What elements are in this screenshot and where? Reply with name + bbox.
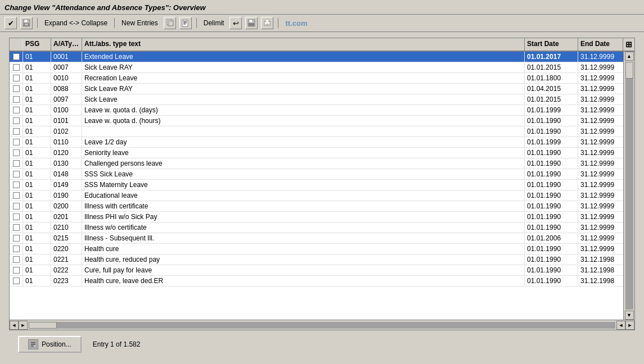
table-row[interactable]: 010110Leave 1/2 day01.01.199931.12.9999 [10, 137, 623, 148]
table-row[interactable]: 010149SSS Maternity Leave01.01.199031.12… [10, 180, 623, 190]
checkbox-input[interactable] [13, 128, 20, 135]
table-row[interactable]: 010220Health cure01.01.199031.12.9999 [10, 244, 623, 254]
row-checkbox[interactable] [10, 212, 23, 222]
save2-button[interactable] [245, 17, 258, 29]
cell-start-date: 01.01.1990 [525, 180, 578, 190]
row-checkbox[interactable] [10, 73, 23, 83]
position-label: Position... [42, 340, 71, 348]
scroll-track[interactable] [625, 62, 633, 310]
checkbox-input[interactable] [13, 53, 20, 60]
row-checkbox[interactable] [10, 158, 23, 169]
table-row[interactable]: 010200Illness with certificate01.01.1990… [10, 201, 623, 212]
table-row[interactable]: 010120Seniority leave01.01.199031.12.999… [10, 148, 623, 158]
table-row[interactable]: 010190Educational leave01.01.199031.12.9… [10, 190, 623, 201]
checkbox-input[interactable] [13, 75, 20, 81]
table-row[interactable]: 010101Leave w. quota d. (hours)01.01.199… [10, 116, 623, 126]
scroll-end-left-button[interactable]: ◄ [616, 321, 625, 330]
table-row[interactable]: 010201Illness PHI w/o Sick Pay01.01.1990… [10, 212, 623, 222]
row-checkbox[interactable] [10, 169, 23, 179]
cell-end-date: 31.12.9999 [578, 148, 623, 158]
row-checkbox[interactable] [10, 148, 23, 158]
paste-button[interactable] [179, 17, 192, 29]
delimit-button[interactable]: Delimit [201, 18, 227, 28]
table-container: PSG A/AType Att./abs. type text Start Da… [9, 38, 635, 330]
table-row[interactable]: 010223Health cure, leave ded.ER01.01.199… [10, 276, 623, 286]
checkbox-input[interactable] [13, 213, 20, 220]
table-scroll[interactable]: 010001Extended Leave01.01.201731.12.9999… [10, 52, 623, 320]
scroll-end-right-button[interactable]: ► [625, 321, 634, 330]
checkbox-input[interactable] [13, 277, 20, 284]
row-checkbox[interactable] [10, 52, 23, 62]
checkbox-input[interactable] [13, 96, 20, 103]
row-checkbox[interactable] [10, 233, 23, 243]
position-icon [28, 339, 38, 349]
row-checkbox[interactable] [10, 201, 23, 211]
table-row[interactable]: 010215Illness - Subsequent Ill.01.01.200… [10, 233, 623, 244]
checkbox-input[interactable] [13, 117, 20, 124]
svg-rect-13 [249, 23, 254, 26]
expand-collapse-button[interactable]: Expand <-> Collapse [42, 18, 110, 28]
h-scroll-track[interactable] [29, 322, 615, 329]
scroll-down-button[interactable]: ▼ [625, 311, 634, 320]
checkbox-input[interactable] [13, 224, 20, 231]
th-settings-icon[interactable]: ⊞ [623, 38, 634, 51]
table-row[interactable]: 010001Extended Leave01.01.201731.12.9999 [10, 52, 623, 62]
undo-button[interactable]: ↩ [229, 17, 242, 29]
cell-abs-type-text: Recreation Leave [82, 73, 525, 83]
checkbox-input[interactable] [13, 256, 20, 263]
row-checkbox[interactable] [10, 84, 23, 94]
row-checkbox[interactable] [10, 222, 23, 233]
checkbox-input[interactable] [13, 181, 20, 188]
save-button[interactable] [20, 17, 33, 29]
table-row[interactable]: 010007Sick Leave RAY01.01.201531.12.9999 [10, 62, 623, 73]
checkbox-input[interactable] [13, 139, 20, 145]
checkbox-input[interactable] [13, 203, 20, 210]
table-row[interactable]: 010221Health cure, reduced pay01.01.1990… [10, 254, 623, 265]
vertical-scrollbar[interactable]: ▲ ▼ [623, 52, 634, 320]
checkbox-input[interactable] [13, 160, 20, 167]
row-checkbox[interactable] [10, 62, 23, 72]
position-button[interactable]: Position... [18, 336, 82, 353]
table-row[interactable]: 010222Cure, full pay for leave01.01.1990… [10, 265, 623, 276]
scroll-thumb[interactable] [625, 62, 633, 79]
copy-button[interactable] [164, 17, 176, 29]
table-row[interactable]: 010100Leave w. quota d. (days)01.01.1999… [10, 105, 623, 116]
table-row[interactable]: 010097Sick Leave01.01.201531.12.9999 [10, 94, 623, 105]
row-checkbox[interactable] [10, 105, 23, 115]
row-checkbox[interactable] [10, 116, 23, 126]
checkbox-input[interactable] [13, 107, 20, 113]
scroll-left-button[interactable]: ◄ [10, 321, 19, 330]
checkbox-input[interactable] [13, 64, 20, 71]
print-button[interactable] [261, 17, 273, 29]
scroll-right-button[interactable]: ► [19, 321, 28, 330]
row-checkbox[interactable] [10, 244, 23, 254]
table-row[interactable]: 01010201.01.199031.12.9999 [10, 126, 623, 137]
checkbox-input[interactable] [13, 85, 20, 92]
checkbox-input[interactable] [13, 149, 20, 156]
new-entries-button[interactable]: New Entries [119, 18, 160, 28]
checkbox-input[interactable] [13, 267, 20, 274]
row-checkbox[interactable] [10, 94, 23, 104]
checkbox-input[interactable] [13, 171, 20, 178]
table-row[interactable]: 010088Sick Leave RAY01.04.201531.12.9999 [10, 84, 623, 94]
horizontal-scrollbar[interactable]: ◄ ► ◄ ► [10, 320, 634, 330]
table-row[interactable]: 010210Illness w/o certificate01.01.19903… [10, 222, 623, 233]
scroll-up-button[interactable]: ▲ [625, 52, 634, 61]
row-checkbox[interactable] [10, 254, 23, 265]
row-checkbox[interactable] [10, 180, 23, 190]
checkbox-input[interactable] [13, 245, 20, 252]
table-row[interactable]: 010148SSS Sick Leave01.01.199031.12.9999 [10, 169, 623, 180]
cell-psg: 01 [23, 94, 51, 104]
svg-rect-7 [183, 20, 187, 21]
checkbox-input[interactable] [13, 235, 20, 242]
h-scroll-thumb[interactable] [29, 322, 57, 329]
table-row[interactable]: 010010Recreation Leave01.01.180031.12.99… [10, 73, 623, 84]
check-button[interactable]: ✔ [4, 17, 17, 29]
row-checkbox[interactable] [10, 190, 23, 201]
row-checkbox[interactable] [10, 126, 23, 136]
row-checkbox[interactable] [10, 276, 23, 286]
row-checkbox[interactable] [10, 137, 23, 147]
checkbox-input[interactable] [13, 192, 20, 199]
row-checkbox[interactable] [10, 265, 23, 275]
table-row[interactable]: 010130Challenged persons leave01.01.1990… [10, 158, 623, 169]
